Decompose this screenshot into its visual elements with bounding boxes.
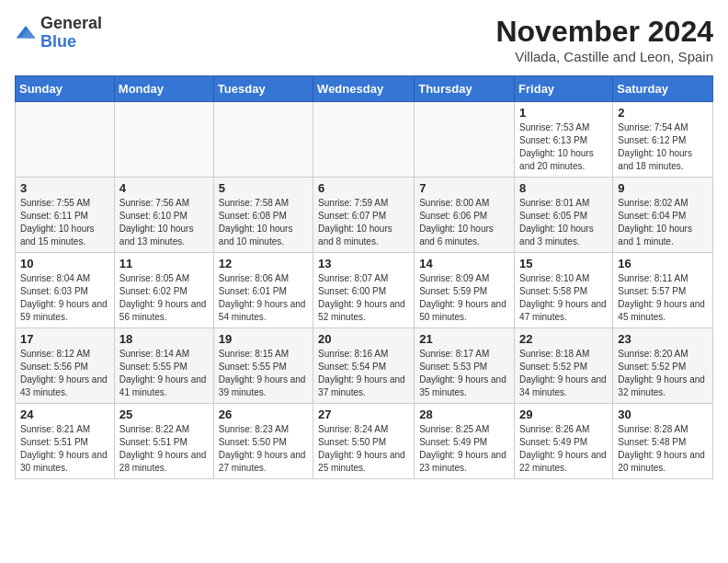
- weekday-header-row: SundayMondayTuesdayWednesdayThursdayFrid…: [16, 76, 713, 102]
- calendar-cell: 19Sunrise: 8:15 AM Sunset: 5:55 PM Dayli…: [213, 328, 313, 404]
- day-info: Sunrise: 8:05 AM Sunset: 6:02 PM Dayligh…: [119, 272, 209, 324]
- day-info: Sunrise: 7:56 AM Sunset: 6:10 PM Dayligh…: [119, 197, 209, 248]
- day-info: Sunrise: 8:26 AM Sunset: 5:49 PM Dayligh…: [519, 423, 608, 475]
- calendar-cell: 1Sunrise: 7:53 AM Sunset: 6:13 PM Daylig…: [515, 102, 613, 178]
- calendar-cell: 28Sunrise: 8:25 AM Sunset: 5:49 PM Dayli…: [415, 404, 515, 479]
- day-number: 24: [20, 408, 109, 421]
- calendar-cell: 17Sunrise: 8:12 AM Sunset: 5:56 PM Dayli…: [16, 328, 115, 404]
- day-info: Sunrise: 8:01 AM Sunset: 6:05 PM Dayligh…: [519, 197, 608, 248]
- day-number: 29: [519, 408, 608, 421]
- title-section: November 2024 Villada, Castille and Leon…: [495, 15, 713, 64]
- day-info: Sunrise: 8:21 AM Sunset: 5:51 PM Dayligh…: [20, 423, 109, 475]
- logo-blue-text: Blue: [40, 33, 102, 52]
- weekday-header-monday: Monday: [114, 76, 213, 102]
- calendar-cell: 15Sunrise: 8:10 AM Sunset: 5:58 PM Dayli…: [515, 253, 613, 328]
- day-info: Sunrise: 8:23 AM Sunset: 5:50 PM Dayligh…: [219, 423, 308, 475]
- calendar-cell: 4Sunrise: 7:56 AM Sunset: 6:10 PM Daylig…: [114, 178, 213, 253]
- day-info: Sunrise: 8:09 AM Sunset: 5:59 PM Dayligh…: [419, 272, 509, 324]
- day-info: Sunrise: 8:04 AM Sunset: 6:03 PM Dayligh…: [20, 272, 109, 324]
- day-number: 23: [618, 332, 708, 346]
- day-number: 30: [618, 408, 708, 421]
- day-number: 19: [219, 332, 308, 346]
- day-info: Sunrise: 8:07 AM Sunset: 6:00 PM Dayligh…: [318, 272, 409, 324]
- day-info: Sunrise: 7:59 AM Sunset: 6:07 PM Dayligh…: [318, 197, 409, 248]
- calendar-cell: 7Sunrise: 8:00 AM Sunset: 6:06 PM Daylig…: [415, 178, 515, 253]
- calendar-cell: 13Sunrise: 8:07 AM Sunset: 6:00 PM Dayli…: [313, 253, 415, 328]
- calendar-cell: 6Sunrise: 7:59 AM Sunset: 6:07 PM Daylig…: [313, 178, 415, 253]
- weekday-header-wednesday: Wednesday: [313, 76, 415, 102]
- day-number: 7: [419, 181, 509, 195]
- calendar-cell: [213, 102, 313, 178]
- day-info: Sunrise: 7:55 AM Sunset: 6:11 PM Dayligh…: [20, 197, 109, 248]
- day-info: Sunrise: 7:58 AM Sunset: 6:08 PM Dayligh…: [219, 197, 308, 248]
- day-info: Sunrise: 8:14 AM Sunset: 5:55 PM Dayligh…: [119, 348, 209, 399]
- day-number: 2: [618, 106, 708, 120]
- day-number: 20: [318, 332, 409, 346]
- calendar-week-row: 1Sunrise: 7:53 AM Sunset: 6:13 PM Daylig…: [16, 102, 713, 178]
- day-number: 4: [119, 181, 209, 195]
- weekday-header-saturday: Saturday: [613, 76, 713, 102]
- day-info: Sunrise: 8:10 AM Sunset: 5:58 PM Dayligh…: [519, 272, 608, 324]
- day-number: 21: [419, 332, 509, 346]
- day-info: Sunrise: 8:17 AM Sunset: 5:53 PM Dayligh…: [419, 348, 509, 399]
- day-number: 17: [20, 332, 109, 346]
- day-number: 27: [318, 408, 409, 421]
- calendar-cell: 12Sunrise: 8:06 AM Sunset: 6:01 PM Dayli…: [213, 253, 313, 328]
- logo: General Blue: [15, 15, 102, 52]
- calendar-cell: 29Sunrise: 8:26 AM Sunset: 5:49 PM Dayli…: [515, 404, 613, 479]
- day-number: 13: [318, 257, 409, 270]
- day-info: Sunrise: 7:54 AM Sunset: 6:12 PM Dayligh…: [618, 121, 708, 173]
- day-number: 16: [618, 257, 708, 270]
- calendar-cell: 10Sunrise: 8:04 AM Sunset: 6:03 PM Dayli…: [16, 253, 115, 328]
- calendar-cell: [16, 102, 115, 178]
- weekday-header-thursday: Thursday: [415, 76, 515, 102]
- calendar-week-row: 3Sunrise: 7:55 AM Sunset: 6:11 PM Daylig…: [16, 178, 713, 253]
- location-text: Villada, Castille and Leon, Spain: [495, 49, 713, 64]
- calendar-cell: 24Sunrise: 8:21 AM Sunset: 5:51 PM Dayli…: [16, 404, 115, 479]
- day-number: 22: [519, 332, 608, 346]
- page-header: General Blue November 2024 Villada, Cast…: [15, 15, 713, 64]
- day-number: 3: [20, 181, 109, 195]
- day-number: 28: [419, 408, 509, 421]
- calendar-cell: 25Sunrise: 8:22 AM Sunset: 5:51 PM Dayli…: [114, 404, 213, 479]
- day-info: Sunrise: 8:02 AM Sunset: 6:04 PM Dayligh…: [618, 197, 708, 248]
- calendar-week-row: 17Sunrise: 8:12 AM Sunset: 5:56 PM Dayli…: [16, 328, 713, 404]
- day-info: Sunrise: 8:16 AM Sunset: 5:54 PM Dayligh…: [318, 348, 409, 399]
- logo-text: General Blue: [40, 15, 102, 52]
- calendar-cell: 23Sunrise: 8:20 AM Sunset: 5:52 PM Dayli…: [613, 328, 713, 404]
- day-number: 8: [519, 181, 608, 195]
- day-number: 14: [419, 257, 509, 270]
- calendar-cell: 14Sunrise: 8:09 AM Sunset: 5:59 PM Dayli…: [415, 253, 515, 328]
- calendar-cell: 30Sunrise: 8:28 AM Sunset: 5:48 PM Dayli…: [613, 404, 713, 479]
- day-number: 18: [119, 332, 209, 346]
- day-number: 10: [20, 257, 109, 270]
- day-info: Sunrise: 8:15 AM Sunset: 5:55 PM Dayligh…: [219, 348, 308, 399]
- day-number: 26: [219, 408, 308, 421]
- day-info: Sunrise: 8:00 AM Sunset: 6:06 PM Dayligh…: [419, 197, 509, 248]
- calendar-cell: 20Sunrise: 8:16 AM Sunset: 5:54 PM Dayli…: [313, 328, 415, 404]
- calendar-week-row: 10Sunrise: 8:04 AM Sunset: 6:03 PM Dayli…: [16, 253, 713, 328]
- day-number: 11: [119, 257, 209, 270]
- calendar-cell: [313, 102, 415, 178]
- day-info: Sunrise: 7:53 AM Sunset: 6:13 PM Dayligh…: [519, 121, 608, 173]
- calendar-cell: [114, 102, 213, 178]
- day-info: Sunrise: 8:28 AM Sunset: 5:48 PM Dayligh…: [618, 423, 708, 475]
- day-number: 5: [219, 181, 308, 195]
- day-number: 1: [519, 106, 608, 120]
- calendar-cell: 5Sunrise: 7:58 AM Sunset: 6:08 PM Daylig…: [213, 178, 313, 253]
- weekday-header-friday: Friday: [515, 76, 613, 102]
- day-info: Sunrise: 8:18 AM Sunset: 5:52 PM Dayligh…: [519, 348, 608, 399]
- weekday-header-sunday: Sunday: [16, 76, 115, 102]
- calendar-cell: 26Sunrise: 8:23 AM Sunset: 5:50 PM Dayli…: [213, 404, 313, 479]
- calendar-cell: 9Sunrise: 8:02 AM Sunset: 6:04 PM Daylig…: [613, 178, 713, 253]
- weekday-header-tuesday: Tuesday: [213, 76, 313, 102]
- calendar-cell: 21Sunrise: 8:17 AM Sunset: 5:53 PM Dayli…: [415, 328, 515, 404]
- calendar-cell: 2Sunrise: 7:54 AM Sunset: 6:12 PM Daylig…: [613, 102, 713, 178]
- day-number: 9: [618, 181, 708, 195]
- day-info: Sunrise: 8:12 AM Sunset: 5:56 PM Dayligh…: [20, 348, 109, 399]
- logo-general-text: General: [40, 15, 102, 33]
- day-info: Sunrise: 8:25 AM Sunset: 5:49 PM Dayligh…: [419, 423, 509, 475]
- day-number: 15: [519, 257, 608, 270]
- calendar-cell: 18Sunrise: 8:14 AM Sunset: 5:55 PM Dayli…: [114, 328, 213, 404]
- calendar-cell: 16Sunrise: 8:11 AM Sunset: 5:57 PM Dayli…: [613, 253, 713, 328]
